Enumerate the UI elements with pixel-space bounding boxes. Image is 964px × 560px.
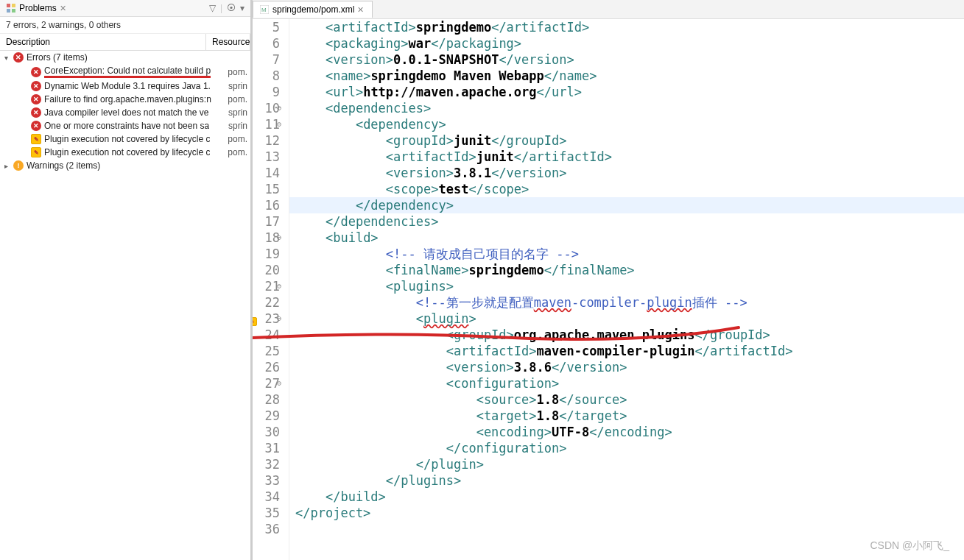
tree-group[interactable]: ▾✕Errors (7 items) [0,51,250,64]
editor-tab[interactable]: M springdemo/pom.xml ✕ [253,1,373,18]
tree-item[interactable]: ✕Dynamic Web Module 3.1 requires Java 1.… [0,79,250,93]
col-resource[interactable]: Resource [206,34,250,50]
problems-tab-title[interactable]: Problems [19,3,57,13]
svg-rect-0 [7,4,10,7]
tree-item[interactable]: ✕Failure to find org.apache.maven.plugin… [0,93,250,106]
svg-text:M: M [261,7,267,13]
problems-summary: 7 errors, 2 warnings, 0 others [0,17,250,34]
filter-icon[interactable]: ▽ [209,3,216,13]
editor-tabbar: M springdemo/pom.xml ✕ [253,0,964,19]
tree-group[interactable]: ▸!Warnings (2 items) [0,159,250,172]
svg-rect-1 [12,4,15,7]
svg-rect-3 [12,9,15,13]
tree-item[interactable]: ✕Java compiler level does not match the … [0,106,250,119]
tree-item[interactable]: ✎Plugin execution not covered by lifecyc… [0,132,250,146]
tree-item[interactable]: ✕CoreException: Could not calculate buil… [0,64,250,79]
editor-body[interactable]: 567891011121314151617181920212223✎242526… [253,19,964,560]
col-description[interactable]: Description [0,34,206,50]
close-icon[interactable]: ✕ [60,4,68,13]
editor-panel: M springdemo/pom.xml ✕ 56789101112131415… [253,0,964,560]
close-icon[interactable]: ✕ [357,5,366,14]
problems-panel: Problems ✕ ▽ | ⦿ ▾ 7 errors, 2 warnings,… [0,0,253,560]
problems-columns: Description Resource [0,34,250,51]
problems-tabbar: Problems ✕ ▽ | ⦿ ▾ [0,0,250,17]
xml-file-icon: M [259,4,270,15]
problems-tree[interactable]: ▾✕Errors (7 items)✕CoreException: Could … [0,51,250,560]
focus-icon[interactable]: ⦿ [227,3,236,13]
watermark: CSDN @小阿飞_ [870,539,949,553]
editor-gutter: 567891011121314151617181920212223✎242526… [253,19,289,560]
menu-icon[interactable]: ▾ [240,3,244,13]
tree-item[interactable]: ✕One or more constraints have not been s… [0,119,250,132]
tree-item[interactable]: ✎Plugin execution not covered by lifecyc… [0,146,250,159]
editor-tab-title: springdemo/pom.xml [272,4,354,15]
svg-rect-2 [7,9,10,13]
problems-icon [6,3,16,13]
editor-code[interactable]: <artifactId>springdemo</artifactId> <pac… [289,19,964,560]
